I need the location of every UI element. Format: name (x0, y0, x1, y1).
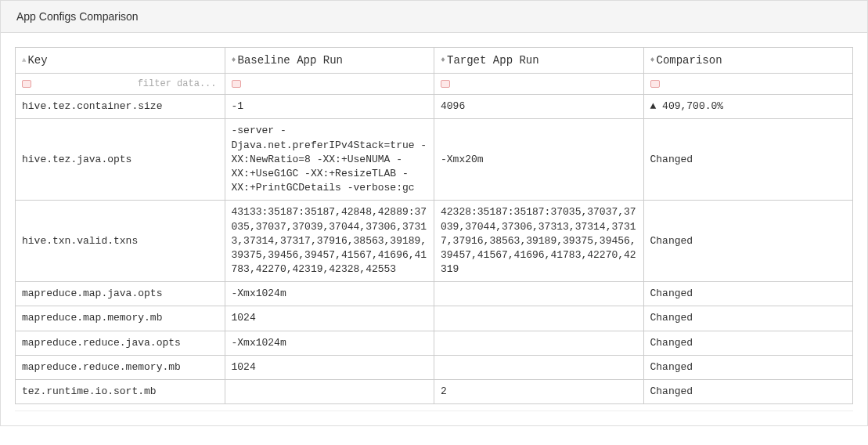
table-row: hive.tez.java.opts -server -Djava.net.pr… (16, 119, 853, 201)
cell-comparison: Changed (643, 380, 853, 404)
cell-comparison: Changed (643, 119, 853, 201)
filter-input-key[interactable] (20, 77, 220, 91)
cell-comparison: Changed (643, 201, 853, 282)
cell-key: tez.runtime.io.sort.mb (16, 380, 225, 404)
cell-baseline: -Xmx1024m (225, 331, 434, 355)
header-comparison[interactable]: ♦Comparison (643, 48, 853, 74)
cell-target: 4096 (434, 95, 644, 119)
header-baseline[interactable]: ♦Baseline App Run (225, 48, 434, 74)
cell-target (434, 282, 644, 306)
filter-cell-target (434, 74, 644, 95)
cell-target: 2 (434, 380, 644, 404)
filter-cell-key (16, 74, 225, 95)
cell-comparison: Changed (643, 306, 853, 331)
filter-badge-icon[interactable] (441, 80, 450, 88)
cell-target (434, 355, 644, 379)
table-header-row: ▲Key ♦Baseline App Run ♦Target App Run ♦… (16, 48, 853, 74)
sort-icon: ♦ (232, 56, 236, 64)
config-table: ▲Key ♦Baseline App Run ♦Target App Run ♦… (15, 47, 853, 404)
cell-target (434, 306, 644, 331)
filter-badge-icon[interactable] (650, 80, 660, 88)
cell-comparison: Changed (643, 331, 853, 355)
header-target[interactable]: ♦Target App Run (434, 48, 644, 74)
cell-target (434, 331, 644, 355)
cell-baseline: -1 (225, 95, 434, 119)
cell-key: mapreduce.map.memory.mb (16, 306, 225, 331)
table-row: mapreduce.reduce.memory.mb 1024 Changed (16, 355, 853, 379)
header-comparison-label: Comparison (657, 54, 722, 67)
table-row: hive.txn.valid.txns 43133:35187:35187,42… (16, 201, 853, 282)
panel-title: App Configs Comparison (16, 10, 139, 23)
cell-comparison: Changed (643, 355, 853, 379)
filter-row (16, 74, 853, 95)
cell-baseline: 1024 (225, 306, 434, 331)
cell-key: mapreduce.map.java.opts (16, 282, 225, 306)
cell-key: hive.txn.valid.txns (16, 201, 225, 282)
cell-baseline: -Xmx1024m (225, 282, 434, 306)
cell-target: -Xmx20m (434, 119, 644, 201)
filter-badge-icon[interactable] (232, 80, 241, 88)
cell-comparison: Changed (643, 282, 853, 306)
table-row: hive.tez.container.size -1 4096 ▲ 409,70… (16, 95, 853, 119)
cell-key: mapreduce.reduce.memory.mb (16, 355, 225, 379)
cell-baseline: 1024 (225, 355, 434, 379)
table-row: mapreduce.map.memory.mb 1024 Changed (16, 306, 853, 331)
header-baseline-label: Baseline App Run (238, 54, 343, 67)
header-key-label: Key (27, 54, 47, 67)
config-comparison-panel: App Configs Comparison ▲Key ♦Baseline Ap… (0, 0, 868, 426)
cell-baseline: -server -Djava.net.preferIPv4Stack=true … (225, 119, 434, 201)
cell-key: hive.tez.container.size (16, 95, 225, 119)
panel-body: ▲Key ♦Baseline App Run ♦Target App Run ♦… (1, 33, 867, 425)
filter-cell-baseline (225, 74, 434, 95)
table-row: tez.runtime.io.sort.mb 2 Changed (16, 380, 853, 404)
sort-icon: ♦ (441, 56, 445, 64)
cell-key: mapreduce.reduce.java.opts (16, 331, 225, 355)
bottom-divider (15, 411, 853, 411)
filter-badge-icon[interactable] (22, 80, 31, 88)
cell-baseline: 43133:35187:35187,42848,42889:37035,3703… (225, 201, 434, 282)
panel-header: App Configs Comparison (1, 1, 867, 33)
filter-cell-comparison (643, 74, 853, 95)
sort-icon: ♦ (650, 56, 655, 64)
sort-asc-icon: ▲ (22, 56, 26, 64)
table-row: mapreduce.map.java.opts -Xmx1024m Change… (16, 282, 853, 306)
table-row: mapreduce.reduce.java.opts -Xmx1024m Cha… (16, 331, 853, 355)
header-key[interactable]: ▲Key (16, 48, 225, 74)
cell-baseline (225, 380, 434, 404)
cell-target: 42328:35187:35187:37035,37037,37039,3704… (434, 201, 644, 282)
table-body: hive.tez.container.size -1 4096 ▲ 409,70… (16, 95, 853, 404)
header-target-label: Target App Run (447, 54, 539, 67)
cell-key: hive.tez.java.opts (16, 119, 225, 201)
cell-comparison: ▲ 409,700.0% (643, 95, 853, 119)
